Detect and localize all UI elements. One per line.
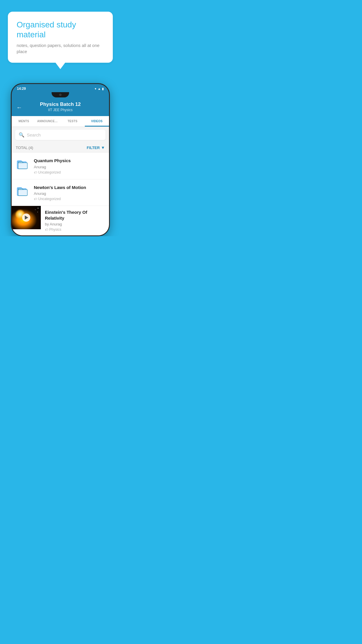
filter-icon: ▼	[101, 145, 105, 150]
list-item[interactable]: Quantum Physics Anurag 🏷 Uncategorized	[12, 153, 109, 179]
phone-frame: 14:29 ▾ ▲ ▮ ← Physics Batch 12 IIT JEE P…	[11, 83, 110, 236]
notch	[52, 92, 69, 97]
tab-ments[interactable]: MENTS	[12, 116, 36, 127]
app-header: ← Physics Batch 12 IIT JEE Physics	[12, 99, 109, 116]
status-bar: 14:29 ▾ ▲ ▮	[12, 84, 109, 92]
folder-icon	[16, 184, 30, 198]
notch-area	[12, 92, 109, 99]
list-item[interactable]: Newton's Laws of Motion Anurag 🏷 Uncateg…	[12, 179, 109, 206]
video-list: Quantum Physics Anurag 🏷 Uncategorized	[12, 153, 109, 235]
total-count: TOTAL (4)	[16, 146, 33, 150]
header-text: Physics Batch 12 IIT JEE Physics	[40, 102, 81, 112]
filter-label: FILTER	[87, 146, 100, 150]
tag-label: Uncategorized	[38, 170, 61, 174]
play-button[interactable]	[22, 214, 30, 222]
tag-icon: 🏷	[34, 197, 37, 201]
promo-section: Organised study material notes, question…	[0, 0, 121, 69]
video-info: Einstein's Theory Of Relativity by Anura…	[41, 206, 109, 235]
filter-bar: TOTAL (4) FILTER ▼	[12, 143, 109, 153]
video-title: Einstein's Theory Of Relativity	[45, 209, 105, 221]
status-icons: ▾ ▲ ▮	[95, 87, 104, 91]
video-tag: 🏷 Uncategorized	[34, 197, 105, 201]
phone-wrapper: 14:29 ▾ ▲ ▮ ← Physics Batch 12 IIT JEE P…	[0, 83, 121, 236]
tab-announcements[interactable]: ANNOUNCEMENTS	[36, 116, 61, 127]
tag-label: Uncategorized	[38, 197, 61, 201]
svg-rect-3	[18, 189, 27, 195]
search-box[interactable]: 🔍 Search	[15, 130, 106, 140]
tab-videos[interactable]: VIDEOS	[85, 116, 109, 127]
video-title: Newton's Laws of Motion	[34, 185, 105, 190]
tag-icon: 🏷	[45, 228, 48, 231]
status-time: 14:29	[17, 87, 26, 91]
search-area: 🔍 Search	[12, 127, 109, 143]
tab-tests[interactable]: TESTS	[60, 116, 85, 127]
tab-bar: MENTS ANNOUNCEMENTS TESTS VIDEOS	[12, 116, 109, 127]
video-author: by Anurag	[45, 222, 105, 226]
filter-button[interactable]: FILTER ▼	[87, 145, 105, 150]
video-thumbnail	[12, 206, 41, 229]
search-input[interactable]: Search	[27, 132, 41, 137]
header-subtitle: IIT JEE Physics	[40, 108, 81, 112]
tag-icon: 🏷	[34, 171, 37, 174]
wifi-icon: ▾	[95, 87, 96, 91]
video-title: Quantum Physics	[34, 158, 105, 164]
front-camera	[59, 94, 61, 96]
promo-title: Organised study material	[17, 20, 104, 39]
video-tag: 🏷 Physics	[45, 228, 105, 232]
video-author: Anurag	[34, 165, 105, 169]
battery-icon: ▮	[102, 87, 104, 91]
search-icon: 🔍	[19, 132, 24, 138]
video-author: Anurag	[34, 191, 105, 196]
tag-label: Physics	[49, 228, 61, 232]
speech-bubble: Organised study material notes, question…	[8, 12, 113, 63]
video-info: Quantum Physics Anurag 🏷 Uncategorized	[34, 157, 105, 174]
play-icon	[25, 216, 28, 220]
header-title: Physics Batch 12	[40, 102, 81, 107]
promo-subtitle: notes, question papers, solutions all at…	[17, 42, 104, 55]
video-info: Newton's Laws of Motion Anurag 🏷 Uncateg…	[34, 184, 105, 201]
folder-icon	[16, 157, 30, 171]
signal-icon: ▲	[98, 87, 101, 90]
list-item[interactable]: Einstein's Theory Of Relativity by Anura…	[12, 206, 109, 235]
back-button[interactable]: ←	[16, 104, 22, 111]
video-tag: 🏷 Uncategorized	[34, 170, 105, 174]
svg-rect-1	[18, 163, 27, 169]
